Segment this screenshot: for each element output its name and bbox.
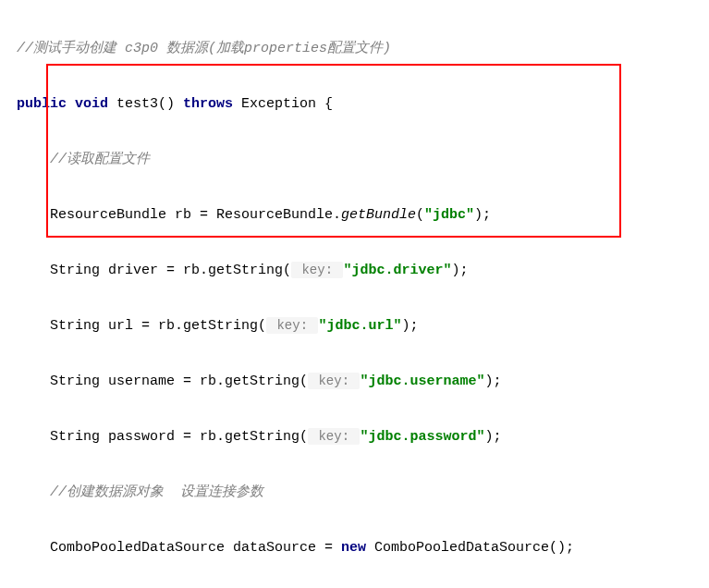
code-text: ResourceBundle rb = ResourceBundle. <box>50 207 341 223</box>
code-line-9: //创建数据源对象 设置连接参数 <box>17 479 705 507</box>
static-method: getBundle <box>341 207 416 223</box>
line-end: ); <box>485 429 502 445</box>
code-line-5: String driver = rb.getString( key: "jdbc… <box>17 257 705 285</box>
string-literal: "jdbc.password" <box>360 429 484 445</box>
string-literal: "jdbc" <box>424 207 474 223</box>
code-text: ComboPooledDataSource(); <box>366 540 574 556</box>
code-line-10: ComboPooledDataSource dataSource = new C… <box>17 534 705 562</box>
comment: //测试手动创建 c3p0 数据源(加载properties配置文件) <box>17 41 391 56</box>
comment: //创建数据源对象 设置连接参数 <box>50 484 263 500</box>
string-literal: "jdbc.driver" <box>343 263 451 278</box>
param-hint: key: <box>266 317 318 334</box>
code-line-6: String url = rb.getString( key: "jdbc.ur… <box>17 312 705 340</box>
keyword-public: public <box>17 96 67 112</box>
method-name: test3() <box>108 96 183 112</box>
keyword-void: void <box>75 96 108 112</box>
paren: ( <box>416 207 424 223</box>
code-line-3: //读取配置文件 <box>17 146 705 174</box>
line-end: ); <box>401 318 418 334</box>
line-end: ); <box>452 263 469 278</box>
param-hint: key: <box>291 262 343 278</box>
code-line-4: ResourceBundle rb = ResourceBundle.getBu… <box>17 202 705 229</box>
code-text: String driver = rb.getString( <box>50 263 291 278</box>
code-line-8: String password = rb.getString( key: "jd… <box>17 423 705 451</box>
code-line-1: //测试手动创建 c3p0 数据源(加载properties配置文件) <box>17 35 705 63</box>
comment: //读取配置文件 <box>50 152 150 167</box>
code-snippet: //测试手动创建 c3p0 数据源(加载properties配置文件) publ… <box>17 7 705 588</box>
keyword-new: new <box>341 540 366 556</box>
code-text: String username = rb.getString( <box>50 374 308 389</box>
keyword-throws: throws <box>183 96 233 112</box>
code-line-7: String username = rb.getString( key: "jd… <box>17 368 705 396</box>
code-text: String password = rb.getString( <box>50 429 308 445</box>
paren: ); <box>474 207 491 223</box>
exception-type: Exception { <box>233 96 333 112</box>
code-text: ComboPooledDataSource dataSource = <box>50 540 341 556</box>
param-hint: key: <box>308 373 360 389</box>
param-hint: key: <box>308 428 360 445</box>
code-line-2: public void test3() throws Exception { <box>17 91 705 118</box>
string-literal: "jdbc.url" <box>318 318 401 334</box>
string-literal: "jdbc.username" <box>360 374 484 389</box>
code-text: String url = rb.getString( <box>50 318 266 334</box>
line-end: ); <box>485 374 502 389</box>
